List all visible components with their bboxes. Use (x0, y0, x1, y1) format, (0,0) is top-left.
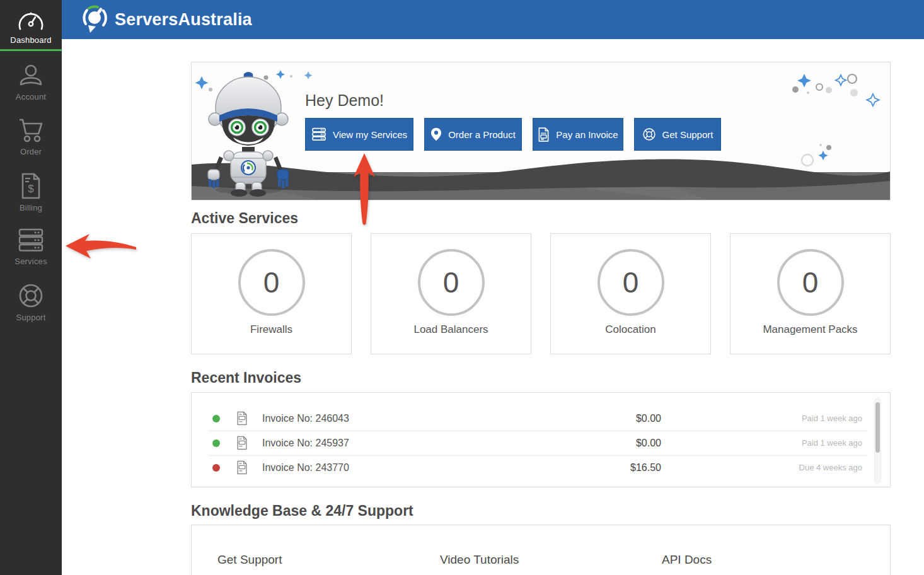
invoice-row[interactable]: Invoice No: 245937 $0.00 Paid 1 week ago (192, 431, 891, 455)
invoice-number: Invoice No: 243770 (262, 455, 349, 480)
pay-an-invoice-button[interactable]: Pay an Invoice (533, 118, 623, 151)
invoice-doc-icon (236, 436, 248, 450)
service-card-management-packs[interactable]: 0 Management Packs (730, 233, 891, 354)
invoice-list-scrollbar[interactable] (874, 398, 881, 484)
service-count: 0 (802, 265, 819, 299)
knowledge-base-panel: Get Support Video Tutorials API Docs (191, 525, 891, 575)
invoice-number: Invoice No: 245937 (262, 431, 349, 455)
invoice-status: Paid 1 week ago (802, 406, 862, 431)
kb-column-video-tutorials: Video Tutorials (440, 553, 519, 567)
sidebar-item-label: Account (0, 92, 62, 102)
sidebar-item-support[interactable]: Support (0, 282, 62, 328)
sidebar: Dashboard Account Order $ Billing (0, 0, 62, 575)
invoice-amount: $16.50 (630, 455, 661, 480)
order-a-product-button[interactable]: Order a Product (424, 118, 522, 151)
annotation-arrow-left (64, 231, 137, 261)
button-label: Get Support (662, 129, 713, 140)
knowledge-base-title: Knowledge Base & 24/7 Support (191, 502, 413, 520)
brand-logo[interactable]: ServersAustralia (81, 5, 252, 34)
invoice-amount: $0.00 (636, 431, 661, 455)
service-card-colocation[interactable]: 0 Colocation (550, 233, 711, 354)
invoice-number: Invoice No: 246043 (262, 406, 349, 431)
sidebar-item-billing[interactable]: $ Billing (0, 173, 62, 218)
view-my-services-button[interactable]: View my Services (305, 118, 413, 151)
status-dot (212, 415, 220, 422)
count-circle: 0 (777, 249, 844, 316)
top-header: ServersAustralia (62, 0, 924, 39)
servers-icon (311, 127, 326, 141)
cart-icon (18, 118, 44, 143)
lifebuoy-icon (18, 282, 44, 309)
sidebar-item-services[interactable]: Services (0, 228, 62, 273)
get-support-button[interactable]: Get Support (634, 118, 721, 151)
service-card-load-balancers[interactable]: 0 Load Balancers (371, 233, 531, 354)
button-label: Pay an Invoice (556, 129, 618, 140)
status-dot (212, 464, 220, 472)
service-card-firewalls[interactable]: 0 Firewalls (191, 233, 352, 354)
button-label: View my Services (333, 129, 407, 140)
sidebar-item-order[interactable]: Order (0, 118, 62, 163)
service-count: 0 (263, 265, 280, 299)
button-label: Order a Product (448, 129, 516, 140)
service-count: 0 (623, 265, 639, 299)
service-label: Firewalls (192, 323, 351, 336)
svg-text:$: $ (28, 183, 34, 195)
recent-invoices-title: Recent Invoices (191, 369, 301, 386)
invoice-row[interactable]: Invoice No: 243770 $16.50 Due 4 weeks ag… (192, 455, 891, 480)
lifebuoy-icon (642, 127, 656, 141)
speedometer-logo-icon (81, 5, 108, 34)
invoice-status: Due 4 weeks ago (799, 455, 862, 480)
sidebar-item-label: Dashboard (0, 35, 62, 45)
count-circle: 0 (598, 249, 664, 316)
invoice-doc-icon (236, 411, 248, 426)
invoice-row[interactable]: Invoice No: 246043 $0.00 Paid 1 week ago (192, 406, 891, 431)
recent-invoices-panel: Invoice No: 246043 $0.00 Paid 1 week ago… (191, 392, 891, 487)
map-pin-icon (430, 127, 442, 141)
active-indicator (0, 49, 62, 51)
service-label: Management Packs (731, 323, 890, 336)
service-label: Load Balancers (371, 323, 531, 336)
scrollbar-thumb[interactable] (875, 402, 880, 453)
invoice-doc-icon (236, 460, 248, 475)
kb-column-api-docs: API Docs (662, 553, 712, 567)
status-dot (212, 439, 220, 447)
service-count: 0 (443, 265, 459, 299)
greeting-text: Hey Demo! (305, 91, 384, 110)
sidebar-item-label: Services (0, 257, 62, 266)
servers-icon (18, 228, 44, 253)
sidebar-item-label: Support (0, 313, 62, 322)
sidebar-item-account[interactable]: Account (0, 63, 62, 108)
gauge-icon (18, 9, 44, 32)
invoice-icon (538, 127, 550, 142)
service-label: Colocation (551, 323, 710, 336)
invoice-icon: $ (20, 173, 42, 199)
active-services-title: Active Services (191, 210, 298, 227)
annotation-arrow-up (352, 153, 377, 226)
sidebar-item-label: Order (0, 147, 62, 156)
brand-name: ServersAustralia (115, 10, 252, 30)
robot-mascot-image (195, 69, 301, 198)
kb-column-get-support: Get Support (217, 553, 282, 567)
sidebar-item-label: Billing (0, 203, 62, 212)
invoice-status: Paid 1 week ago (802, 431, 862, 455)
welcome-banner: Hey Demo! View my Services Order a Produ… (191, 62, 891, 200)
user-icon (18, 63, 43, 88)
sidebar-item-dashboard[interactable]: Dashboard (0, 0, 62, 49)
count-circle: 0 (238, 249, 305, 316)
count-circle: 0 (418, 249, 485, 316)
invoice-amount: $0.00 (636, 406, 661, 431)
